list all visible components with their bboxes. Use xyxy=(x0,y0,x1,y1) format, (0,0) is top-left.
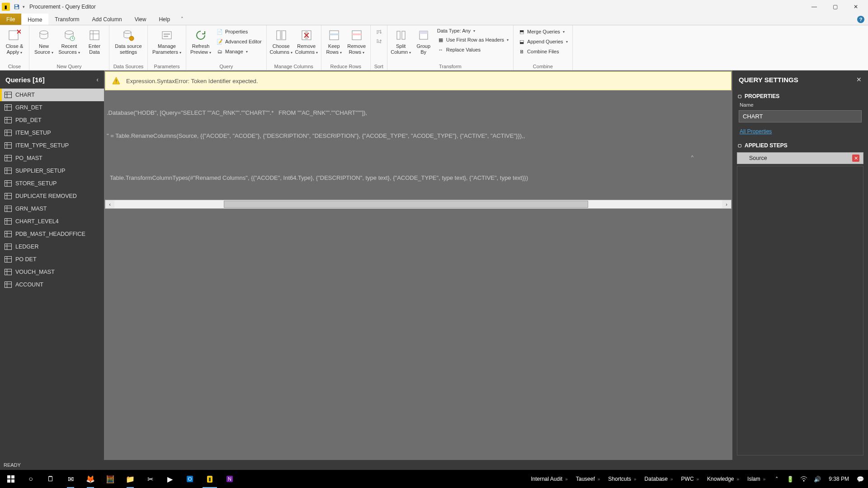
query-item[interactable]: ITEM_SETUP xyxy=(0,127,104,139)
start-button[interactable] xyxy=(1,470,21,488)
taskbar-pin[interactable]: Tauseef» xyxy=(572,476,605,482)
action-center-icon[interactable]: 💬 xyxy=(854,470,867,488)
query-item[interactable]: ITEM_TYPE_SETUP xyxy=(0,139,104,152)
clock[interactable]: 9:38 PM xyxy=(824,476,854,482)
merge-queries-button[interactable]: ⬒Merge Queries▾ xyxy=(516,27,570,36)
snipping-tool-icon[interactable]: ✂ xyxy=(140,470,160,488)
taskbar-pin[interactable]: Database» xyxy=(641,476,678,482)
battery-icon[interactable]: 🔋 xyxy=(783,470,797,488)
tab-transform[interactable]: Transform xyxy=(48,14,85,25)
choose-columns-button[interactable]: Choose Columns ▾ xyxy=(269,26,293,55)
taskbar-pin[interactable]: Shortcuts» xyxy=(604,476,641,482)
tab-help[interactable]: Help xyxy=(152,14,176,25)
taskbar-pin[interactable]: Internal Audit» xyxy=(527,476,572,482)
wifi-icon[interactable] xyxy=(797,470,811,488)
sort-desc-button[interactable] xyxy=(373,37,384,46)
tab-home[interactable]: Home xyxy=(21,14,48,25)
help-icon[interactable]: ? xyxy=(857,14,868,25)
scroll-right-button[interactable]: › xyxy=(722,200,731,208)
first-row-headers-button[interactable]: ▦Use First Row as Headers▾ xyxy=(435,35,510,44)
query-item[interactable]: GRN_MAST xyxy=(0,202,104,215)
query-item[interactable]: LEDGER xyxy=(0,240,104,253)
ribbon-group-combine: ⬒Merge Queries▾ ⬓Append Queries▾ 🗎Combin… xyxy=(514,25,573,70)
minimize-button[interactable]: — xyxy=(804,0,825,14)
query-item[interactable]: PO DET xyxy=(0,253,104,266)
svg-rect-33 xyxy=(7,479,10,483)
applied-steps-section-header[interactable]: ▢APPLIED STEPS xyxy=(732,138,868,150)
close-apply-button[interactable]: Close & Apply ▾ xyxy=(3,26,26,55)
query-item[interactable]: CHART xyxy=(0,89,104,101)
tab-file[interactable]: File xyxy=(0,14,21,25)
calculator-icon[interactable]: 🧮 xyxy=(100,470,120,488)
media-player-icon[interactable]: ▶ xyxy=(160,470,180,488)
data-source-settings-button[interactable]: Data source settings xyxy=(112,26,145,55)
window-title: Procurement - Query Editor xyxy=(29,4,96,10)
data-type-button[interactable]: Data Type: Any▾ xyxy=(435,27,510,34)
taskbar-pin[interactable]: PWC» xyxy=(678,476,704,482)
code-area[interactable]: .Database("HODB", [Query="SELECT ""AC_RN… xyxy=(104,91,732,200)
query-item[interactable]: DUPLICATE REMOVED xyxy=(0,190,104,202)
save-icon[interactable] xyxy=(13,3,21,11)
all-properties-link[interactable]: All Properties xyxy=(740,128,772,135)
cortana-icon[interactable]: ○ xyxy=(21,470,41,488)
query-item[interactable]: PDB_MAST_HEADOFFICE xyxy=(0,228,104,240)
ribbon-group-data-sources: Data source settings Data Sources xyxy=(109,25,148,70)
merge-icon: ⬒ xyxy=(518,28,525,35)
query-item[interactable]: GRN_DET xyxy=(0,101,104,114)
query-item[interactable]: PDB_DET xyxy=(0,114,104,127)
manage-parameters-button[interactable]: Manage Parameters ▾ xyxy=(151,26,183,55)
tab-add-column[interactable]: Add Column xyxy=(86,14,128,25)
queries-panel: Queries [16] ‹ CHARTGRN_DETPDB_DETITEM_S… xyxy=(0,70,104,460)
query-item[interactable]: STORE_SETUP xyxy=(0,177,104,190)
enter-data-button[interactable]: Enter Data xyxy=(83,26,106,55)
query-item[interactable]: SUPPLIER_SETUP xyxy=(0,164,104,177)
close-button[interactable]: ✕ xyxy=(845,0,866,14)
remove-rows-button[interactable]: Remove Rows ▾ xyxy=(346,26,368,55)
append-queries-button[interactable]: ⬓Append Queries▾ xyxy=(516,37,570,46)
query-item[interactable]: PO_MAST xyxy=(0,152,104,164)
manage-button[interactable]: 🗂Manage▾ xyxy=(214,47,264,56)
powerbi-icon[interactable]: ▮ xyxy=(200,470,220,488)
tab-view[interactable]: View xyxy=(128,14,153,25)
horizontal-scrollbar[interactable]: ‹ › xyxy=(105,200,731,209)
properties-button[interactable]: 📄Properties xyxy=(214,27,264,36)
new-source-button[interactable]: New Source ▾ xyxy=(32,26,56,55)
delete-step-button[interactable]: ✕ xyxy=(852,155,859,162)
outlook-icon[interactable]: O xyxy=(180,470,200,488)
scroll-thumb[interactable] xyxy=(224,201,588,208)
replace-values-button[interactable]: ↔Replace Values xyxy=(435,45,510,54)
combine-files-button[interactable]: 🗎Combine Files xyxy=(516,47,570,56)
file-explorer-icon[interactable]: 📁 xyxy=(120,470,140,488)
mail-icon[interactable]: ✉ xyxy=(61,470,80,488)
split-column-button[interactable]: Split Column ▾ xyxy=(390,26,412,55)
recent-sources-button[interactable]: Recent Sources ▾ xyxy=(57,26,81,55)
applied-step[interactable]: Source✕ xyxy=(737,152,863,164)
taskbar-pin[interactable]: Knowledge» xyxy=(703,476,744,482)
maximize-button[interactable]: ▢ xyxy=(825,0,845,14)
sticky-notes-icon[interactable]: 🗒 xyxy=(41,470,61,488)
onenote-icon[interactable]: N xyxy=(220,470,240,488)
remove-columns-button[interactable]: Remove Columns ▾ xyxy=(295,26,318,55)
sort-asc-button[interactable] xyxy=(373,27,384,36)
scroll-track[interactable] xyxy=(114,200,722,208)
split-column-icon xyxy=(394,28,408,42)
close-settings-button[interactable]: ✕ xyxy=(856,76,862,83)
query-item[interactable]: ACCOUNT xyxy=(0,278,104,291)
refresh-preview-button[interactable]: Refresh Preview ▾ xyxy=(189,26,212,55)
scroll-left-button[interactable]: ‹ xyxy=(105,200,114,208)
query-name-input[interactable] xyxy=(739,110,862,122)
show-hidden-icons[interactable]: ˄ xyxy=(770,470,783,488)
query-item[interactable]: CHART_LEVEL4 xyxy=(0,215,104,228)
query-settings-panel: QUERY SETTINGS ✕ ▢PROPERTIES Name All Pr… xyxy=(732,70,868,460)
properties-section-header[interactable]: ▢PROPERTIES xyxy=(732,89,868,101)
collapse-ribbon-icon[interactable]: ˄ xyxy=(176,14,188,25)
advanced-editor-button[interactable]: 📝Advanced Editor xyxy=(214,37,264,46)
keep-rows-button[interactable]: Keep Rows ▾ xyxy=(324,26,344,55)
query-item[interactable]: VOUCH_MAST xyxy=(0,266,104,278)
volume-icon[interactable]: 🔊 xyxy=(811,470,824,488)
taskbar-pin[interactable]: Islam» xyxy=(744,476,770,482)
group-by-button[interactable]: Group By xyxy=(414,26,434,55)
qat-dropdown-icon[interactable]: ▾ xyxy=(23,5,25,9)
collapse-queries-icon[interactable]: ‹ xyxy=(96,76,99,83)
firefox-icon[interactable]: 🦊 xyxy=(80,470,100,488)
